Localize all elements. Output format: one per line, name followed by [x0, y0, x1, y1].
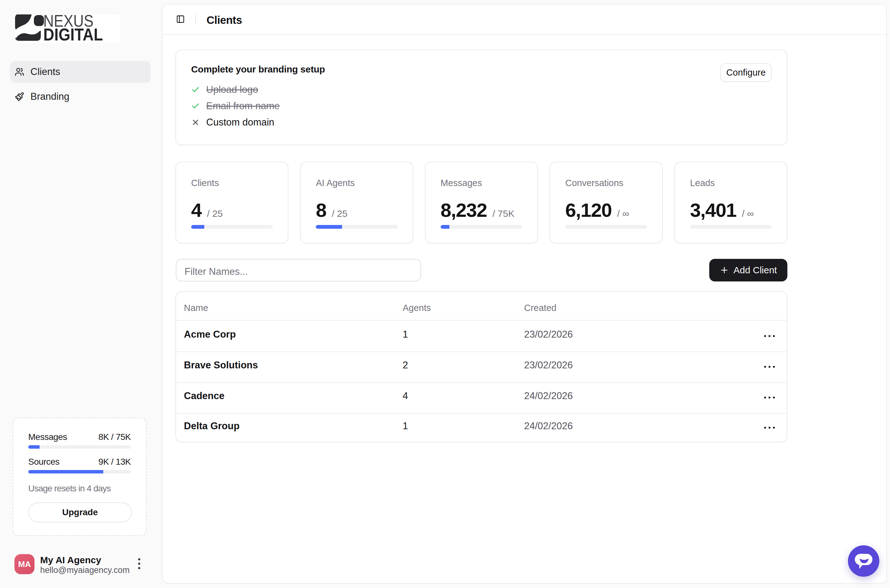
- svg-text:DIGITAL: DIGITAL: [43, 24, 103, 43]
